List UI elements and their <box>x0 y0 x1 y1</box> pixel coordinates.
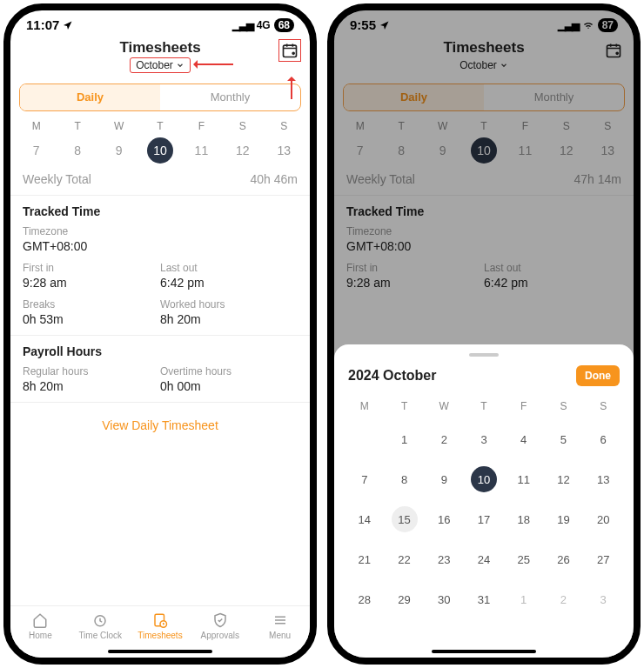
first-in-value: 9:28 am <box>23 276 160 290</box>
picker-title: 2024 October <box>348 368 436 384</box>
clock-icon <box>92 612 108 628</box>
calendar-day[interactable]: 1 <box>385 421 425 458</box>
calendar-day[interactable]: 18 <box>504 501 544 538</box>
calendar-day[interactable]: 24 <box>464 541 504 578</box>
tab-menu[interactable]: Menu <box>250 611 310 640</box>
tab-home[interactable]: Home <box>10 611 70 640</box>
annotation-arrow-left <box>195 63 233 65</box>
calendar-day[interactable]: 31 <box>464 581 504 618</box>
done-button[interactable]: Done <box>576 365 620 386</box>
worked-value: 8h 20m <box>160 312 298 326</box>
svg-point-1 <box>292 52 294 54</box>
calendar-day[interactable]: 2 <box>424 421 464 458</box>
calendar-day[interactable]: 19 <box>544 501 584 538</box>
svg-rect-0 <box>284 45 297 57</box>
regular-value: 8h 20m <box>23 379 160 393</box>
calendar-day[interactable]: 21 <box>345 541 385 578</box>
signal-icon: ▁▃▅ <box>232 19 253 31</box>
week-day[interactable]: F11 <box>181 120 222 164</box>
calendar-day[interactable]: 10 <box>464 461 504 498</box>
calendar-day[interactable]: 1 <box>504 581 544 618</box>
calendar-day[interactable]: 8 <box>385 461 425 498</box>
calendar-day[interactable]: 7 <box>345 461 385 498</box>
tracked-time-section: Tracked Time Timezone GMT+08:00 First in… <box>10 196 310 336</box>
last-out-value: 6:42 pm <box>160 276 298 290</box>
menu-icon <box>272 612 288 628</box>
weekly-total-value: 40h 46m <box>251 172 298 186</box>
tab-monthly[interactable]: Monthly <box>160 84 300 110</box>
calendar-day[interactable]: 26 <box>544 541 584 578</box>
calendar-dow: S <box>583 395 623 418</box>
calendar-day[interactable]: 13 <box>583 461 623 498</box>
calendar-day[interactable]: 3 <box>583 581 623 618</box>
regular-label: Regular hours <box>23 365 160 377</box>
calendar-day[interactable]: 30 <box>424 581 464 618</box>
calendar-dow: F <box>504 395 544 418</box>
page-header: Timesheets October <box>10 34 310 75</box>
calendar-day[interactable]: 9 <box>424 461 464 498</box>
calendar-day[interactable]: 25 <box>504 541 544 578</box>
tab-daily[interactable]: Daily <box>20 84 160 110</box>
overtime-value: 0h 00m <box>160 379 298 393</box>
calendar-day[interactable]: 6 <box>583 421 623 458</box>
status-network: 4G <box>257 19 271 31</box>
weekly-total-row: Weekly Total 40h 46m <box>10 167 310 196</box>
worked-label: Worked hours <box>160 298 298 311</box>
timezone-label: Timezone <box>23 225 298 237</box>
week-day[interactable]: M7 <box>16 120 57 164</box>
overtime-label: Overtime hours <box>160 365 298 377</box>
tab-approvals[interactable]: Approvals <box>190 611 250 640</box>
week-day[interactable]: S13 <box>264 120 305 164</box>
calendar-day[interactable]: 5 <box>544 421 584 458</box>
calendar-day[interactable]: 11 <box>504 461 544 498</box>
calendar-day[interactable]: 29 <box>385 581 425 618</box>
calendar-day[interactable]: 4 <box>504 421 544 458</box>
first-in-label: First in <box>23 262 160 274</box>
annotation-arrow-up <box>291 78 292 99</box>
page-title: Timesheets <box>10 39 310 57</box>
home-indicator <box>108 650 212 653</box>
calendar-day[interactable]: 28 <box>345 581 385 618</box>
payroll-section: Payroll Hours Regular hours 8h 20m Overt… <box>10 336 310 403</box>
calendar-day[interactable]: 12 <box>544 461 584 498</box>
calendar-dow: T <box>385 395 425 418</box>
home-indicator <box>432 650 536 653</box>
phone-left: 11:07 ▁▃▅ 4G 68 Timesheets October Daily… <box>3 3 317 665</box>
week-day[interactable]: S12 <box>222 120 263 164</box>
month-label: October <box>136 59 173 71</box>
week-day[interactable]: T8 <box>57 120 97 164</box>
calendar-dow: S <box>544 395 584 418</box>
location-icon <box>63 20 73 30</box>
calendar-day[interactable]: 20 <box>583 501 623 538</box>
calendar-day[interactable]: 16 <box>424 501 464 538</box>
calendar-button[interactable] <box>278 39 301 62</box>
tab-timeclock[interactable]: Time Clock <box>70 611 131 640</box>
shield-check-icon <box>212 612 228 628</box>
month-selector[interactable]: October <box>130 57 191 73</box>
sheet-handle[interactable] <box>469 353 499 357</box>
calendar-day[interactable]: 22 <box>385 541 425 578</box>
tracked-title: Tracked Time <box>23 204 298 218</box>
timezone-value: GMT+08:00 <box>23 239 298 253</box>
weekly-total-label: Weekly Total <box>23 172 91 186</box>
calendar-day[interactable]: 3 <box>464 421 504 458</box>
calendar-day <box>345 421 385 458</box>
calendar-day[interactable]: 17 <box>464 501 504 538</box>
week-day[interactable]: W9 <box>98 120 139 164</box>
payroll-title: Payroll Hours <box>23 344 298 358</box>
timesheet-icon <box>152 612 168 628</box>
calendar-dow: T <box>464 395 504 418</box>
home-icon <box>32 612 48 628</box>
calendar-day[interactable]: 15 <box>385 501 425 538</box>
calendar-day[interactable]: 27 <box>583 541 623 578</box>
calendar-dow: M <box>345 395 385 418</box>
calendar-icon <box>281 42 299 59</box>
calendar-day[interactable]: 14 <box>345 501 385 538</box>
view-segment: Daily Monthly <box>19 84 301 111</box>
tab-timesheets[interactable]: Timesheets <box>131 611 191 640</box>
calendar-day[interactable]: 2 <box>544 581 584 618</box>
calendar-day[interactable]: 23 <box>424 541 464 578</box>
breaks-value: 0h 53m <box>23 312 160 326</box>
week-day-selected[interactable]: T10 <box>139 120 180 164</box>
view-daily-link[interactable]: View Daily Timesheet <box>10 403 310 448</box>
